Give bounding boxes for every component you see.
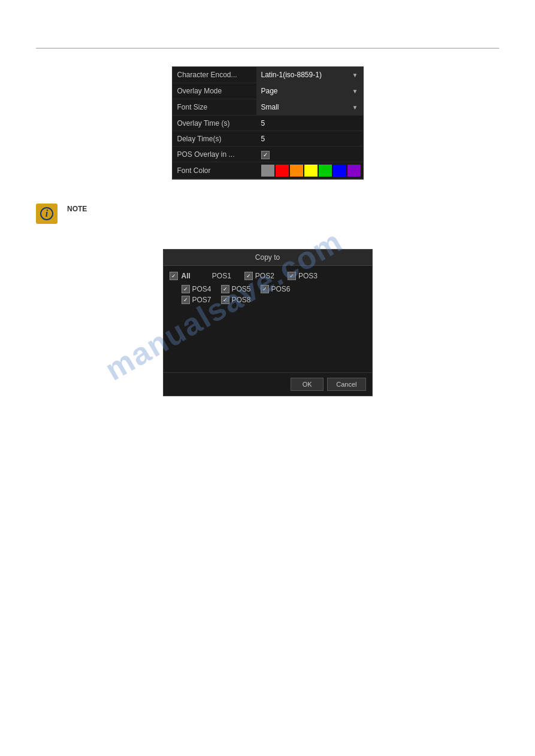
overlay-time-row: Overlay Time (s) 5 [173,116,363,131]
overlay-mode-label: Overlay Mode [173,84,256,98]
pos3-item: POS3 [288,272,318,280]
pos-overlay-checkbox[interactable] [261,151,270,159]
pos5-label: POS5 [232,285,251,293]
copy-to-all-row: All POS1 POS2 POS3 [170,272,366,280]
overlay-mode-row: Overlay Mode Page ▼ [173,83,363,99]
settings-panel-wrapper: Character Encod... Latin-1(iso-8859-1) ▼… [36,66,499,180]
pos2-label: POS2 [255,272,274,280]
chevron-down-icon-3: ▼ [352,104,358,111]
chevron-down-icon: ▼ [352,72,358,78]
overlay-time-label: Overlay Time (s) [173,117,256,130]
pos6-label: POS6 [271,285,291,293]
pos2-checkbox[interactable] [244,272,253,280]
pos-overlay-label: POS Overlay in ... [173,148,256,161]
pos-overlay-row: POS Overlay in ... [173,147,363,162]
color-swatch-orange[interactable] [290,165,303,177]
pos4-label: POS4 [192,285,211,293]
empty-space [170,306,366,366]
note-label: NOTE [67,205,87,213]
pos6-checkbox[interactable] [261,285,269,293]
pos8-label: POS8 [232,296,251,304]
cancel-button[interactable]: Cancel [327,378,365,391]
copy-to-title: Copy to [164,250,372,266]
pos7-checkbox[interactable] [182,296,190,304]
font-size-row: Font Size Small ▼ [173,99,363,116]
pos4-item: POS4 [182,285,211,293]
color-swatch-green[interactable] [319,165,332,177]
character-encoding-row: Character Encod... Latin-1(iso-8859-1) ▼ [173,67,363,83]
overlay-time-value[interactable]: 5 [256,117,363,130]
pos-overlay-checkbox-cell [256,147,363,162]
color-swatch-purple[interactable] [347,165,361,177]
character-encoding-value: Latin-1(iso-8859-1) [261,71,322,79]
pos5-item: POS5 [221,285,251,293]
pos3-label: POS3 [298,272,318,280]
settings-panel: Character Encod... Latin-1(iso-8859-1) ▼… [172,66,364,180]
page-container: manualsave.com Character Encod... Latin-… [0,0,535,756]
pos-row-2: POS4 POS5 POS6 [182,285,366,293]
color-swatch-yellow[interactable] [304,165,318,177]
chevron-down-icon-2: ▼ [352,88,358,95]
font-size-label: Font Size [173,101,256,114]
font-size-value: Small [261,103,279,111]
font-color-label: Font Color [173,164,256,177]
color-swatch-gray[interactable] [261,165,274,177]
overlay-mode-dropdown[interactable]: Page ▼ [256,83,363,99]
delay-time-row: Delay Time(s) 5 [173,131,363,147]
font-size-dropdown[interactable]: Small ▼ [256,99,363,115]
character-encoding-dropdown[interactable]: Latin-1(iso-8859-1) ▼ [256,67,363,83]
color-swatch-red[interactable] [276,165,289,177]
copy-to-wrapper: Copy to All POS1 POS2 P [36,249,499,396]
copy-to-dialog: Copy to All POS1 POS2 P [163,249,373,396]
overlay-mode-value: Page [261,87,278,95]
pos8-item: POS8 [221,296,251,304]
pos4-checkbox[interactable] [182,285,190,293]
character-encoding-label: Character Encod... [173,68,256,81]
note-icon [36,204,60,225]
ok-button[interactable]: OK [291,378,324,391]
pos7-label: POS7 [192,296,211,304]
pos5-checkbox[interactable] [221,285,229,293]
delay-time-value[interactable]: 5 [256,132,363,145]
delay-time-label: Delay Time(s) [173,132,256,145]
color-swatch-blue[interactable] [333,165,346,177]
all-checkbox[interactable] [170,272,178,280]
horizontal-rule [36,48,499,48]
font-color-swatches [256,163,365,178]
pos1-label-inline: POS1 [212,272,231,280]
pos-row-3: POS7 POS8 [182,296,366,304]
font-color-row: Font Color [173,162,363,179]
all-label: All [182,272,191,280]
note-section: NOTE [36,204,499,225]
pos3-checkbox[interactable] [288,272,296,280]
pos7-item: POS7 [182,296,211,304]
pos2-item: POS2 [244,272,274,280]
pos6-item: POS6 [261,285,291,293]
note-icon-inner [36,204,58,224]
copy-to-content: All POS1 POS2 POS3 [164,266,372,372]
copy-to-footer: OK Cancel [164,372,372,396]
pos8-checkbox[interactable] [221,296,229,304]
